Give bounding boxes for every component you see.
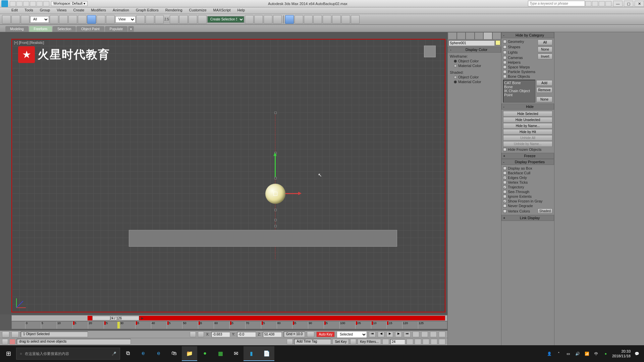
goto-start-icon[interactable]: ⏮ [369, 331, 376, 337]
btn-unhide-by-name[interactable]: Unhide by Name... [503, 141, 552, 147]
exchange-icon[interactable] [599, 1, 605, 6]
btn-hide-selected[interactable]: Hide Selected [503, 111, 552, 117]
ribbon-tab-object-paint[interactable]: Object Paint [76, 26, 104, 32]
menu-customize[interactable]: Customize [186, 7, 210, 14]
hierarchy-tab-icon[interactable] [466, 32, 475, 40]
scene-ground-box[interactable] [129, 230, 397, 247]
chk-never-degrade[interactable] [503, 204, 506, 207]
object-color-swatch[interactable] [495, 40, 500, 45]
script-listener-icon[interactable] [2, 339, 8, 345]
chk-space-warps[interactable] [503, 65, 506, 69]
ribbon-expand-icon[interactable]: ▾ [128, 26, 134, 32]
rollout-hide-by-category[interactable]: -Hide by Category [501, 32, 554, 38]
app-icon[interactable] [1, 0, 8, 7]
prev-frame-icon[interactable]: ◀ [378, 331, 384, 337]
maxscript-mini-icon[interactable] [2, 331, 9, 338]
timeline-key[interactable] [356, 321, 357, 325]
object-name-input[interactable] [448, 40, 495, 46]
rollout-hide[interactable]: -Hide [501, 104, 554, 110]
rollout-display-properties[interactable]: -Display Properties [501, 159, 554, 165]
chk-display-as-box[interactable] [503, 167, 506, 170]
ribbon-tab-freeform[interactable]: Freeform [29, 26, 52, 32]
mic-icon[interactable]: 🎤 [112, 352, 116, 356]
bind-spacewarp-icon[interactable] [21, 15, 30, 24]
qat-redo-icon[interactable] [37, 1, 43, 6]
btn-all[interactable]: All [538, 40, 552, 45]
pivot-center-icon[interactable] [136, 15, 145, 24]
wf-object-color-radio[interactable] [454, 60, 457, 63]
timeline-key[interactable] [262, 321, 263, 325]
list-item[interactable]: Point [504, 93, 534, 97]
qat-save-icon[interactable] [23, 1, 29, 6]
timeline-key[interactable] [230, 321, 231, 325]
next-frame-icon[interactable]: ▶ [395, 331, 402, 337]
render-production-icon[interactable] [323, 15, 331, 24]
nav-zoom-region-icon[interactable] [439, 331, 445, 337]
sh-material-color-radio[interactable] [454, 80, 457, 83]
motion-tab-icon[interactable] [475, 32, 484, 40]
time-tag-icon[interactable] [287, 339, 293, 345]
select-by-name-icon[interactable] [59, 15, 68, 24]
bone-handle[interactable] [274, 219, 277, 221]
list-item[interactable]: Bone [504, 85, 534, 89]
menu-edit[interactable]: Edit [8, 7, 21, 14]
qat-link-icon[interactable] [43, 1, 49, 6]
wf-material-color-radio[interactable] [454, 64, 457, 67]
key-mode-dropdown[interactable]: Selected [337, 331, 367, 338]
slider-next-icon[interactable]: ▶ [140, 316, 145, 320]
viewcube[interactable] [421, 43, 438, 60]
maximize-button[interactable]: ▢ [624, 1, 633, 7]
tray-network-icon[interactable]: 📶 [584, 352, 590, 356]
nav-fov-icon[interactable] [430, 331, 437, 337]
nav-pan-icon[interactable] [415, 339, 421, 345]
render-setup-icon[interactable] [304, 15, 313, 24]
nav-walk-icon[interactable] [423, 339, 429, 345]
coord-z-input[interactable] [263, 332, 282, 337]
store-icon[interactable]: 🛍 [166, 346, 182, 361]
ref-coord-dropdown[interactable]: View [115, 16, 136, 23]
app-green-icon[interactable]: ● [197, 346, 213, 361]
curve-editor-icon[interactable] [273, 15, 282, 24]
list-item[interactable]: IK Chain Object [504, 89, 534, 93]
chk-trajectory[interactable]: ✓ [503, 185, 506, 189]
taskbar-search[interactable]: ○ 在这里输入你要搜索的内容 🎤 [16, 348, 120, 360]
menu-create[interactable]: Create [70, 7, 88, 14]
rollout-display-color[interactable]: -Display Color [448, 47, 501, 53]
select-scale-icon[interactable] [106, 15, 115, 24]
schematic-view-icon[interactable] [285, 15, 294, 24]
key-filters-button[interactable]: Key Filters... [358, 339, 381, 345]
notification-icon[interactable]: 💬 [634, 352, 640, 356]
edit-named-sel-icon[interactable] [198, 15, 207, 24]
bone-handle[interactable] [274, 225, 277, 227]
mirror-icon[interactable] [245, 15, 254, 24]
timeline-key[interactable] [73, 321, 74, 325]
search-go-icon[interactable] [585, 1, 591, 6]
add-time-tag[interactable]: Add Time Tag [294, 339, 331, 345]
sh-object-color-radio[interactable] [454, 76, 457, 79]
macro-rec-icon[interactable] [9, 339, 15, 345]
bone-handle[interactable] [274, 209, 277, 211]
menu-tools[interactable]: Tools [21, 7, 37, 14]
btn-add[interactable]: Add [536, 80, 552, 86]
selection-filter-dropdown[interactable]: All [30, 16, 49, 23]
qat-open-icon[interactable] [16, 1, 22, 6]
key-setter-icon[interactable] [350, 339, 356, 345]
gizmo-center-handle[interactable] [273, 192, 277, 196]
notepad-icon[interactable]: 📄 [259, 346, 274, 361]
menu-modifiers[interactable]: Modifiers [88, 7, 109, 14]
render-iterative-icon[interactable] [332, 15, 341, 24]
isolate-icon[interactable] [11, 331, 19, 338]
rollout-freeze[interactable]: +Freeze [501, 153, 554, 159]
angle-snap-icon[interactable] [170, 15, 178, 24]
mail-icon[interactable]: ✉ [228, 346, 244, 361]
render-teapot-icon[interactable] [351, 15, 360, 24]
adaptive-deg-icon[interactable] [307, 331, 314, 337]
signin-icon[interactable] [592, 1, 598, 6]
btn-invert[interactable]: Invert [538, 54, 552, 59]
coord-y-input[interactable] [237, 332, 256, 337]
tray-people-icon[interactable]: 👤 [546, 352, 552, 356]
set-key-button[interactable]: Set Key [332, 339, 349, 345]
named-selection-dropdown[interactable]: Create Selection Se... [207, 16, 244, 23]
viewcube-face[interactable] [424, 46, 436, 57]
ribbon-tab-populate[interactable]: Populate [105, 26, 127, 32]
